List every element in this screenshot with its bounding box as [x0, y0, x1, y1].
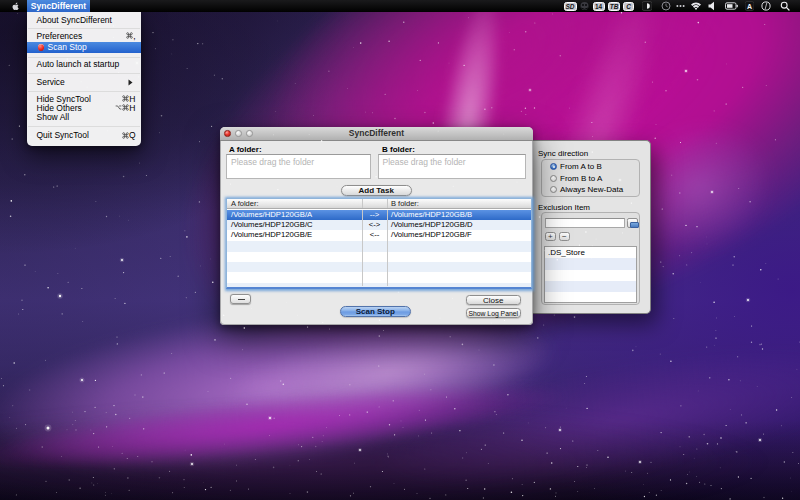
svg-text:A: A — [746, 3, 751, 10]
